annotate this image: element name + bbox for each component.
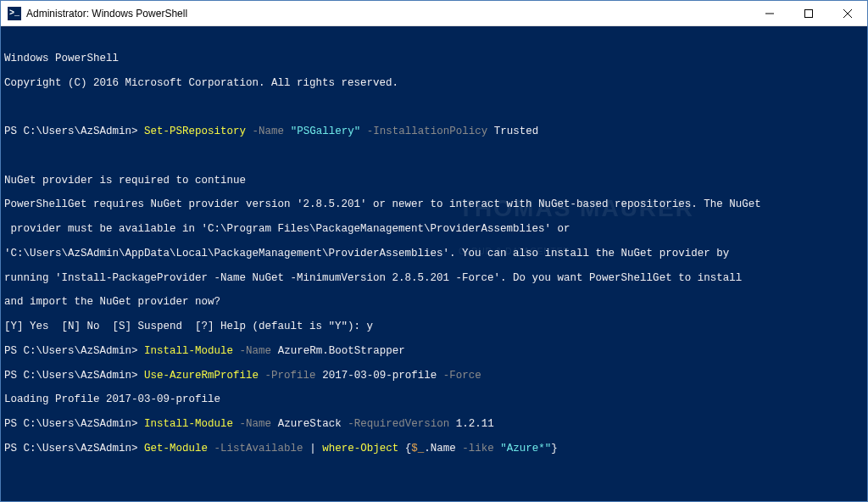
- window-title: Administrator: Windows PowerShell: [26, 8, 187, 20]
- nuget-body: PowerShellGet requires NuGet provider ve…: [4, 198, 864, 210]
- powershell-window: >_ Administrator: Windows PowerShell THO…: [0, 0, 868, 502]
- terminal-area[interactable]: THOMAS MAURER CLOUD & DATACENTER Windows…: [1, 26, 867, 501]
- nuget-heading: NuGet provider is required to continue: [4, 175, 864, 187]
- prompt-line: PS C:\Users\AzSAdmin> Install-Module -Na…: [4, 345, 864, 357]
- titlebar-left: >_ Administrator: Windows PowerShell: [1, 7, 750, 20]
- powershell-icon: >_: [8, 7, 21, 20]
- window-controls: [750, 1, 867, 25]
- prompt-line: PS C:\Users\AzSAdmin> Get-Module -ListAv…: [4, 443, 864, 455]
- output-line: Loading Profile 2017-03-09-profile: [4, 393, 864, 405]
- svg-rect-1: [805, 9, 813, 17]
- prompt-line: PS C:\Users\AzSAdmin> Use-AzureRmProfile…: [4, 370, 864, 382]
- intro-line: Windows PowerShell: [4, 53, 864, 64]
- nuget-body: provider must be available in 'C:\Progra…: [4, 223, 864, 235]
- maximize-button[interactable]: [789, 1, 828, 25]
- nuget-options: [Y] Yes [N] No [S] Suspend [?] Help (def…: [4, 321, 864, 332]
- prompt-line: PS C:\Users\AzSAdmin> Set-PSRepository -…: [4, 126, 864, 137]
- nuget-body: and import the NuGet provider now?: [4, 296, 864, 308]
- prompt-line: PS C:\Users\AzSAdmin> Install-Module -Na…: [4, 418, 864, 430]
- close-button[interactable]: [828, 1, 867, 25]
- nuget-body: running 'Install-PackageProvider -Name N…: [4, 272, 864, 284]
- titlebar[interactable]: >_ Administrator: Windows PowerShell: [1, 1, 867, 26]
- intro-line: Copyright (C) 2016 Microsoft Corporation…: [4, 77, 864, 89]
- minimize-button[interactable]: [750, 1, 789, 25]
- nuget-body: 'C:\Users\AzSAdmin\AppData\Local\Package…: [4, 248, 864, 259]
